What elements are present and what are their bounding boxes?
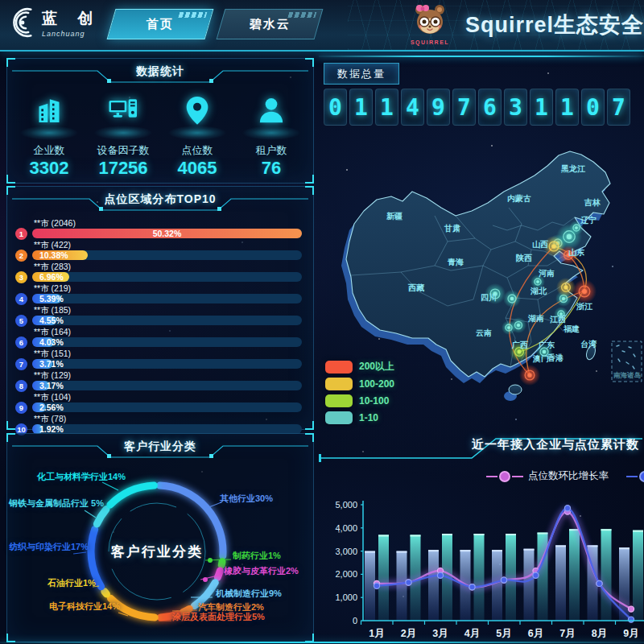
rank-badge: 1 <box>15 228 27 240</box>
tab-pixel-decoration <box>178 12 207 18</box>
main-nav: 首页 碧水云 <box>111 9 319 39</box>
stat-value: 17256 <box>88 158 159 179</box>
footer-line <box>0 642 644 643</box>
donut-segment[interactable] <box>221 562 222 565</box>
top10-panel: 点位区域分布TOP10 **市 (2046)150.32%**市 (422)21… <box>6 186 314 430</box>
data-point[interactable] <box>597 580 602 586</box>
mascot-label: SQUIRREL <box>405 39 455 45</box>
data-point[interactable] <box>374 583 379 588</box>
tab-bishuiyun-label: 碧水云 <box>250 17 291 32</box>
top10-row[interactable]: **市 (2046)150.32% <box>15 218 302 238</box>
bar[interactable] <box>524 549 535 621</box>
trend-combo-chart[interactable]: 01,0002,0003,0004,0005,0001月2月3月4月5月6月7月… <box>319 492 644 643</box>
trend-legend-label: 点位数环比增长率 <box>528 469 609 483</box>
bar[interactable] <box>633 530 643 621</box>
logo-title: 蓝 创 <box>42 8 101 29</box>
donut-label: 纺织与印染行业17% <box>9 541 89 553</box>
bar-percent: 4.55% <box>39 316 64 325</box>
y-tick-label: 0 <box>353 616 357 625</box>
squirrel-mascot: SQUIRREL <box>405 2 455 45</box>
x-tick-label: 3月 <box>432 628 448 639</box>
data-point[interactable] <box>533 572 539 578</box>
bar[interactable] <box>601 529 612 621</box>
data-point[interactable] <box>469 584 475 590</box>
bar-percent: 3.71% <box>39 359 64 369</box>
stat-tenants[interactable]: 租户数 76 <box>236 91 307 179</box>
top10-row[interactable]: **市 (78)101.92% <box>15 414 302 434</box>
data-point[interactable] <box>564 506 570 511</box>
y-tick-label: 2,000 <box>335 569 357 579</box>
bar-percent: 10.38% <box>39 250 68 260</box>
stat-points[interactable]: 点位数 4065 <box>162 91 233 179</box>
donut-label: 其他行业30% <box>220 493 273 505</box>
stat-device-factors[interactable]: 设备因子数 17256 <box>88 91 159 179</box>
stat-enterprises[interactable]: 企业数 3302 <box>14 91 85 179</box>
icon-glow-stage <box>20 126 78 140</box>
bar[interactable] <box>555 545 566 621</box>
bar[interactable] <box>474 534 485 621</box>
bar-percent: 2.56% <box>39 402 64 412</box>
donut-segment[interactable] <box>105 592 107 594</box>
bar[interactable] <box>428 550 439 621</box>
data-point[interactable] <box>406 580 411 585</box>
x-tick-label: 5月 <box>496 628 511 639</box>
bar-track: 10.38% <box>32 250 302 260</box>
tab-bishuiyun[interactable]: 碧水云 <box>217 9 324 39</box>
data-point[interactable] <box>437 572 443 578</box>
top10-row[interactable]: **市 (164)64.03% <box>15 327 302 347</box>
page-title: Squirrel生态安全云服务平台 <box>465 10 644 39</box>
province-label: 新疆 <box>386 212 402 221</box>
top10-row[interactable]: **市 (185)54.55% <box>15 305 302 325</box>
y-tick-label: 5,000 <box>335 500 357 510</box>
data-point[interactable] <box>628 606 634 612</box>
top10-row[interactable]: **市 (129)83.17% <box>15 370 302 390</box>
donut-segment[interactable] <box>97 510 106 524</box>
top10-row[interactable]: **市 (283)36.96% <box>15 262 302 282</box>
bar-percent: 50.32% <box>32 229 302 238</box>
donut-segment[interactable] <box>110 485 155 505</box>
bar[interactable] <box>397 551 407 621</box>
bar-percent: 5.39% <box>39 294 64 303</box>
donut-segment[interactable] <box>217 571 220 577</box>
logo[interactable]: 蓝 创 Lanchuang <box>8 6 101 39</box>
counter-digit: 0 <box>581 89 605 126</box>
counter-digit: 1 <box>530 89 553 126</box>
bar-track: 5.39% <box>32 294 302 303</box>
donut-label: 石油行业1% <box>47 577 96 589</box>
legend-item: 10-100 <box>325 394 394 407</box>
rank-badge: 7 <box>15 358 27 370</box>
lanchuang-logo-icon <box>8 6 42 39</box>
icon-glow-stage <box>242 126 300 140</box>
bar[interactable] <box>492 550 502 621</box>
top10-row[interactable]: **市 (151)73.71% <box>15 349 302 369</box>
top10-row[interactable]: **市 (219)45.39% <box>15 283 302 303</box>
province-label: 陕西 <box>516 254 532 262</box>
top10-row-label: **市 (185) <box>15 305 302 315</box>
trend-legend-partial[interactable] <box>626 471 644 482</box>
bar-track: 4.55% <box>32 316 302 325</box>
province-label: 甘肃 <box>444 224 460 233</box>
top10-row[interactable]: **市 (422)210.38% <box>15 240 302 260</box>
top10-row-label: **市 (164) <box>15 327 302 336</box>
legend-label: 1-10 <box>359 412 378 423</box>
stats-row: 企业数 3302 设备因子数 17256 <box>7 88 313 179</box>
bar[interactable] <box>506 534 516 621</box>
counter-digit: 7 <box>452 89 476 126</box>
trend-legend[interactable]: 点位数环比增长率 <box>486 469 615 483</box>
stat-value: 4065 <box>162 158 233 179</box>
top10-row[interactable]: **市 (104)92.56% <box>15 392 302 412</box>
top10-panel-header: 点位区域分布TOP10 <box>7 187 313 216</box>
top10-row-label: **市 (78) <box>15 414 302 423</box>
province-label: 河南 <box>539 269 555 278</box>
bar[interactable] <box>569 529 580 621</box>
province-label: 江西 <box>549 315 566 324</box>
icon-glow-stage <box>168 126 226 140</box>
bar[interactable] <box>378 535 389 621</box>
data-point[interactable] <box>628 617 634 622</box>
tab-home[interactable]: 首页 <box>107 9 214 39</box>
data-point[interactable] <box>501 577 506 583</box>
bar[interactable] <box>538 533 548 621</box>
province-label: 台湾 <box>580 340 597 349</box>
data-total-badge: 数据总量 <box>324 63 399 85</box>
stat-label: 租户数 <box>236 143 307 158</box>
